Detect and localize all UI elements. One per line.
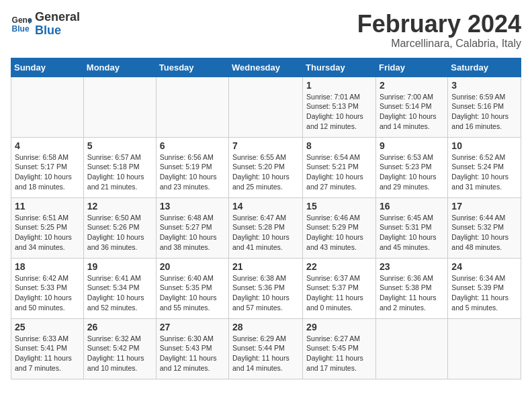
day-number: 19: [87, 261, 152, 272]
day-info: Sunrise: 6:47 AM Sunset: 5:28 PM Dayligh…: [232, 213, 299, 253]
day-number: 2: [380, 80, 444, 91]
weekday-header: Wednesday: [229, 58, 303, 77]
weekday-header: Sunday: [11, 58, 84, 77]
day-info: Sunrise: 6:52 AM Sunset: 5:24 PM Dayligh…: [451, 152, 517, 192]
calendar-week-row: 4Sunrise: 6:58 AM Sunset: 5:17 PM Daylig…: [11, 137, 521, 197]
day-info: Sunrise: 6:33 AM Sunset: 5:41 PM Dayligh…: [15, 334, 80, 373]
calendar-cell: 2Sunrise: 7:00 AM Sunset: 5:14 PM Daylig…: [375, 77, 447, 137]
calendar-cell: 17Sunrise: 6:44 AM Sunset: 5:32 PM Dayli…: [448, 197, 521, 258]
day-number: 4: [15, 140, 80, 151]
day-info: Sunrise: 6:54 AM Sunset: 5:21 PM Dayligh…: [306, 152, 372, 192]
calendar-cell: 8Sunrise: 6:54 AM Sunset: 5:21 PM Daylig…: [303, 137, 376, 197]
day-number: 8: [306, 140, 372, 151]
calendar-cell: 12Sunrise: 6:50 AM Sunset: 5:26 PM Dayli…: [83, 197, 156, 258]
day-info: Sunrise: 7:00 AM Sunset: 5:14 PM Dayligh…: [380, 92, 444, 132]
weekday-header: Saturday: [448, 58, 521, 77]
calendar-cell: 15Sunrise: 6:46 AM Sunset: 5:29 PM Dayli…: [303, 197, 376, 258]
day-info: Sunrise: 6:32 AM Sunset: 5:42 PM Dayligh…: [87, 334, 152, 373]
day-info: Sunrise: 6:30 AM Sunset: 5:43 PM Dayligh…: [160, 334, 225, 373]
calendar-cell: [229, 77, 303, 137]
day-info: Sunrise: 6:55 AM Sunset: 5:20 PM Dayligh…: [232, 152, 299, 192]
day-number: 7: [232, 140, 299, 151]
day-info: Sunrise: 6:36 AM Sunset: 5:38 PM Dayligh…: [380, 273, 444, 313]
day-number: 11: [15, 201, 80, 212]
calendar-cell: 9Sunrise: 6:53 AM Sunset: 5:23 PM Daylig…: [375, 137, 447, 197]
day-number: 3: [451, 80, 517, 91]
day-info: Sunrise: 6:45 AM Sunset: 5:31 PM Dayligh…: [380, 213, 444, 253]
calendar-cell: 5Sunrise: 6:57 AM Sunset: 5:18 PM Daylig…: [83, 137, 156, 197]
day-number: 10: [451, 140, 517, 151]
calendar-cell: 24Sunrise: 6:34 AM Sunset: 5:39 PM Dayli…: [448, 258, 521, 318]
day-number: 1: [306, 80, 372, 91]
calendar-cell: [11, 77, 84, 137]
day-number: 27: [160, 322, 225, 332]
calendar-cell: 23Sunrise: 6:36 AM Sunset: 5:38 PM Dayli…: [375, 258, 447, 318]
day-info: Sunrise: 6:58 AM Sunset: 5:17 PM Dayligh…: [15, 152, 80, 192]
calendar-subtitle: Marcellinara, Calabria, Italy: [357, 38, 521, 50]
calendar-week-row: 25Sunrise: 6:33 AM Sunset: 5:41 PM Dayli…: [11, 318, 521, 379]
day-info: Sunrise: 6:44 AM Sunset: 5:32 PM Dayligh…: [451, 213, 517, 253]
day-info: Sunrise: 6:40 AM Sunset: 5:35 PM Dayligh…: [160, 273, 225, 313]
day-number: 21: [232, 261, 299, 272]
day-info: Sunrise: 6:38 AM Sunset: 5:36 PM Dayligh…: [232, 273, 299, 313]
svg-text:Blue: Blue: [12, 24, 30, 34]
calendar-cell: 6Sunrise: 6:56 AM Sunset: 5:19 PM Daylig…: [156, 137, 228, 197]
day-info: Sunrise: 6:56 AM Sunset: 5:19 PM Dayligh…: [160, 152, 225, 192]
day-info: Sunrise: 6:57 AM Sunset: 5:18 PM Dayligh…: [87, 152, 152, 192]
day-number: 29: [306, 322, 372, 332]
calendar-cell: 21Sunrise: 6:38 AM Sunset: 5:36 PM Dayli…: [229, 258, 303, 318]
calendar-cell: 3Sunrise: 6:59 AM Sunset: 5:16 PM Daylig…: [448, 77, 521, 137]
weekday-header: Friday: [375, 58, 447, 77]
logo-icon: General Blue: [11, 13, 32, 35]
day-info: Sunrise: 6:59 AM Sunset: 5:16 PM Dayligh…: [451, 92, 517, 132]
day-number: 6: [160, 140, 225, 151]
page-header: General Blue General Blue February 2024 …: [11, 11, 521, 50]
day-number: 23: [380, 261, 444, 272]
day-number: 22: [306, 261, 372, 272]
calendar-cell: 7Sunrise: 6:55 AM Sunset: 5:20 PM Daylig…: [229, 137, 303, 197]
day-number: 28: [232, 322, 299, 332]
day-number: 24: [451, 261, 517, 272]
logo: General Blue General Blue: [11, 11, 80, 38]
calendar-week-row: 11Sunrise: 6:51 AM Sunset: 5:25 PM Dayli…: [11, 197, 521, 258]
title-block: February 2024 Marcellinara, Calabria, It…: [357, 11, 521, 50]
calendar-cell: 4Sunrise: 6:58 AM Sunset: 5:17 PM Daylig…: [11, 137, 84, 197]
day-info: Sunrise: 7:01 AM Sunset: 5:13 PM Dayligh…: [306, 92, 372, 132]
day-info: Sunrise: 6:46 AM Sunset: 5:29 PM Dayligh…: [306, 213, 372, 253]
weekday-header: Thursday: [303, 58, 376, 77]
logo-text: General Blue: [35, 11, 80, 38]
calendar-cell: 16Sunrise: 6:45 AM Sunset: 5:31 PM Dayli…: [375, 197, 447, 258]
weekday-header: Tuesday: [156, 58, 228, 77]
day-number: 5: [87, 140, 152, 151]
day-number: 13: [160, 201, 225, 212]
header-row: SundayMondayTuesdayWednesdayThursdayFrid…: [11, 58, 521, 77]
day-number: 17: [451, 201, 517, 212]
day-info: Sunrise: 6:53 AM Sunset: 5:23 PM Dayligh…: [380, 152, 444, 192]
calendar-cell: 19Sunrise: 6:41 AM Sunset: 5:34 PM Dayli…: [83, 258, 156, 318]
day-number: 18: [15, 261, 80, 272]
calendar-cell: 26Sunrise: 6:32 AM Sunset: 5:42 PM Dayli…: [83, 318, 156, 379]
calendar-cell: 14Sunrise: 6:47 AM Sunset: 5:28 PM Dayli…: [229, 197, 303, 258]
day-number: 16: [380, 201, 444, 212]
day-info: Sunrise: 6:41 AM Sunset: 5:34 PM Dayligh…: [87, 273, 152, 313]
day-number: 9: [380, 140, 444, 151]
calendar-cell: 27Sunrise: 6:30 AM Sunset: 5:43 PM Dayli…: [156, 318, 228, 379]
weekday-header: Monday: [83, 58, 156, 77]
calendar-cell: 25Sunrise: 6:33 AM Sunset: 5:41 PM Dayli…: [11, 318, 84, 379]
calendar-cell: [448, 318, 521, 379]
day-number: 25: [15, 322, 80, 332]
calendar-cell: [156, 77, 228, 137]
calendar-table: SundayMondayTuesdayWednesdayThursdayFrid…: [11, 58, 521, 379]
day-number: 20: [160, 261, 225, 272]
day-info: Sunrise: 6:34 AM Sunset: 5:39 PM Dayligh…: [451, 273, 517, 313]
calendar-cell: 1Sunrise: 7:01 AM Sunset: 5:13 PM Daylig…: [303, 77, 376, 137]
calendar-cell: 10Sunrise: 6:52 AM Sunset: 5:24 PM Dayli…: [448, 137, 521, 197]
calendar-cell: 28Sunrise: 6:29 AM Sunset: 5:44 PM Dayli…: [229, 318, 303, 379]
calendar-cell: [83, 77, 156, 137]
calendar-cell: 29Sunrise: 6:27 AM Sunset: 5:45 PM Dayli…: [303, 318, 376, 379]
day-info: Sunrise: 6:37 AM Sunset: 5:37 PM Dayligh…: [306, 273, 372, 313]
calendar-week-row: 18Sunrise: 6:42 AM Sunset: 5:33 PM Dayli…: [11, 258, 521, 318]
day-info: Sunrise: 6:29 AM Sunset: 5:44 PM Dayligh…: [232, 334, 299, 373]
calendar-week-row: 1Sunrise: 7:01 AM Sunset: 5:13 PM Daylig…: [11, 77, 521, 137]
day-number: 14: [232, 201, 299, 212]
